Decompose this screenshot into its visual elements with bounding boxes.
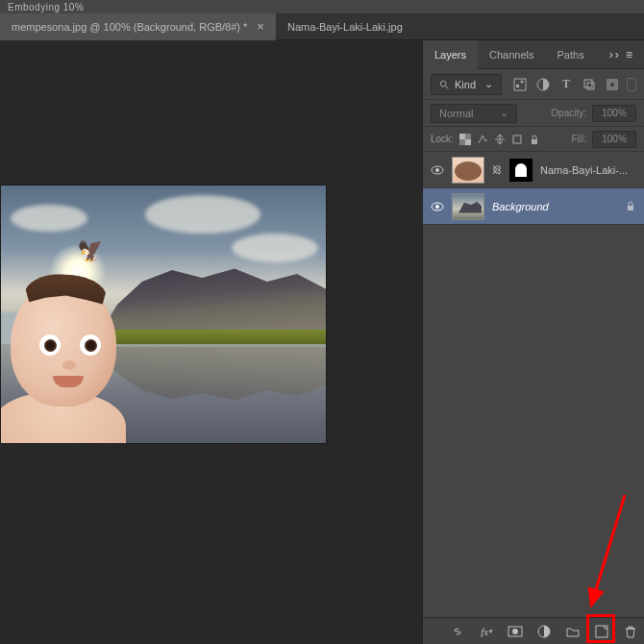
svg-rect-23 xyxy=(596,626,607,637)
panel-menu-icon[interactable]: ›› ≡ xyxy=(600,48,644,62)
lock-icon xyxy=(625,200,636,213)
fill-input[interactable]: 100% xyxy=(592,131,636,148)
lock-pixels-icon[interactable] xyxy=(477,134,488,145)
filter-pixel-icon[interactable] xyxy=(513,78,527,91)
filter-shape-icon[interactable] xyxy=(582,78,596,91)
filter-kind-dropdown[interactable]: Kind ⌄ xyxy=(431,74,502,95)
filter-adjust-icon[interactable] xyxy=(536,78,550,91)
new-layer-icon[interactable] xyxy=(594,624,609,639)
blend-mode-dropdown[interactable]: Normal⌄ xyxy=(431,104,517,123)
svg-rect-2 xyxy=(514,79,526,90)
doc-tab[interactable]: Nama-Bayi-Laki-Laki.jpg xyxy=(276,13,414,40)
fill-label: Fill: xyxy=(571,134,586,144)
layer-name[interactable]: Nama-Bayi-Laki-... xyxy=(540,164,628,176)
chevron-down-icon: ⌄ xyxy=(500,107,508,119)
layers-list: ⛓ Nama-Bayi-Laki-... Background xyxy=(423,152,644,617)
fx-icon[interactable]: fx▾ xyxy=(479,624,494,639)
mask-link-icon[interactable]: ⛓ xyxy=(492,164,502,175)
svg-rect-9 xyxy=(609,82,615,87)
svg-point-0 xyxy=(440,81,446,87)
svg-rect-7 xyxy=(587,83,594,89)
options-bar: Embodying 10% xyxy=(0,0,644,13)
svg-point-21 xyxy=(512,629,518,634)
canvas-image: 🦅 xyxy=(0,185,327,444)
svg-rect-14 xyxy=(532,139,537,144)
layers-toolbar: fx▾ xyxy=(423,617,644,644)
filter-toggle-icon[interactable] xyxy=(627,78,636,91)
visibility-icon[interactable] xyxy=(431,200,444,213)
layer-row[interactable]: ⛓ Nama-Bayi-Laki-... xyxy=(423,152,644,188)
tab-layers[interactable]: Layers xyxy=(423,40,478,69)
layer-name[interactable]: Background xyxy=(492,201,549,212)
layer-thumbnail[interactable] xyxy=(452,157,484,184)
svg-point-16 xyxy=(435,168,439,172)
svg-point-18 xyxy=(435,205,439,209)
doc-tab-label: Nama-Bayi-Laki-Laki.jpg xyxy=(287,21,403,33)
chevron-down-icon: ⌄ xyxy=(484,78,493,90)
close-icon[interactable]: × xyxy=(257,19,264,34)
lock-transparent-icon[interactable] xyxy=(459,134,471,145)
svg-rect-19 xyxy=(628,206,633,211)
filter-smart-icon[interactable] xyxy=(606,78,619,91)
link-layers-icon[interactable] xyxy=(450,624,465,639)
svg-rect-12 xyxy=(465,139,471,145)
visibility-icon[interactable] xyxy=(431,163,444,177)
tab-paths[interactable]: Paths xyxy=(546,40,596,69)
doc-tab-label: mempesona.jpg @ 100% (Background, RGB/8#… xyxy=(12,21,247,33)
group-icon[interactable] xyxy=(565,624,581,639)
canvas-area[interactable]: 🦅 xyxy=(0,40,422,644)
svg-line-1 xyxy=(446,86,449,88)
delete-layer-icon[interactable] xyxy=(623,624,638,639)
opacity-label: Opacity: xyxy=(551,108,586,118)
bird-icon: 🦅 xyxy=(76,236,105,265)
tab-channels[interactable]: Channels xyxy=(478,40,545,69)
lock-position-icon[interactable] xyxy=(494,134,506,145)
layer-thumbnail[interactable] xyxy=(452,193,484,220)
add-mask-icon[interactable] xyxy=(508,624,523,639)
svg-point-4 xyxy=(521,80,524,83)
opacity-input[interactable]: 100% xyxy=(592,105,636,122)
svg-rect-11 xyxy=(459,134,465,139)
doc-tab-active[interactable]: mempesona.jpg @ 100% (Background, RGB/8#… xyxy=(0,13,276,40)
layer-row[interactable]: Background xyxy=(423,188,644,225)
svg-rect-3 xyxy=(516,85,519,87)
filter-type-icon[interactable]: T xyxy=(559,78,573,91)
lock-artboard-icon[interactable] xyxy=(511,134,523,145)
svg-rect-6 xyxy=(584,80,592,87)
search-icon xyxy=(439,80,449,89)
layer-mask-thumbnail[interactable] xyxy=(509,159,533,182)
document-tabs: mempesona.jpg @ 100% (Background, RGB/8#… xyxy=(0,13,644,40)
layers-panel: Layers Channels Paths ›› ≡ Kind ⌄ T Norm… xyxy=(422,40,644,644)
lock-all-icon[interactable] xyxy=(529,134,540,145)
lock-label: Lock: xyxy=(431,134,454,144)
svg-rect-13 xyxy=(513,136,521,143)
adjustment-layer-icon[interactable] xyxy=(536,624,552,639)
